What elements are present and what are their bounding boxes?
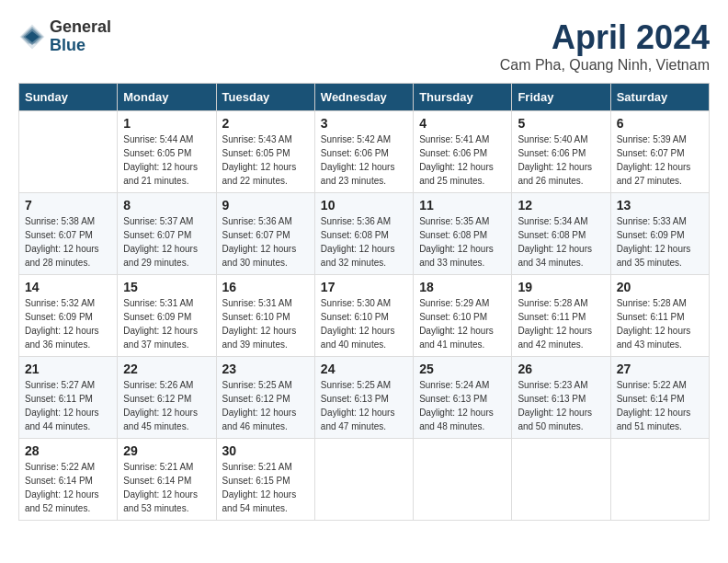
calendar-week-row: 28 Sunrise: 5:22 AM Sunset: 6:14 PM Dayl…: [19, 439, 710, 521]
day-info: Sunrise: 5:23 AM Sunset: 6:13 PM Dayligh…: [518, 378, 604, 433]
day-number: 15: [123, 280, 210, 294]
calendar-day-cell: 15 Sunrise: 5:31 AM Sunset: 6:09 PM Dayl…: [118, 275, 216, 357]
sunset: Sunset: 6:12 PM: [123, 394, 191, 404]
sunrise: Sunrise: 5:41 AM: [419, 134, 489, 144]
day-info: Sunrise: 5:21 AM Sunset: 6:14 PM Dayligh…: [123, 460, 210, 515]
day-info: Sunrise: 5:36 AM Sunset: 6:07 PM Dayligh…: [222, 214, 309, 270]
page-header: General Blue April 2024 Cam Pha, Quang N…: [18, 18, 710, 74]
calendar-day-cell: 14 Sunrise: 5:32 AM Sunset: 6:09 PM Dayl…: [19, 275, 118, 357]
day-number: 18: [419, 280, 506, 294]
sunrise: Sunrise: 5:39 AM: [617, 134, 687, 144]
daylight: Daylight: 12 hours and 45 minutes.: [123, 408, 198, 431]
sunset: Sunset: 6:08 PM: [518, 230, 586, 240]
sunrise: Sunrise: 5:21 AM: [222, 462, 292, 472]
sunset: Sunset: 6:13 PM: [321, 394, 389, 404]
title-section: April 2024 Cam Pha, Quang Ninh, Vietnam: [500, 18, 710, 74]
day-number: 28: [25, 443, 111, 458]
day-number: 27: [617, 362, 703, 376]
day-number: 2: [222, 116, 309, 131]
day-info: Sunrise: 5:32 AM Sunset: 6:09 PM Dayligh…: [25, 296, 111, 351]
sunrise: Sunrise: 5:43 AM: [222, 134, 292, 144]
sunset: Sunset: 6:07 PM: [25, 230, 93, 240]
calendar-day-cell: 29 Sunrise: 5:21 AM Sunset: 6:14 PM Dayl…: [118, 439, 216, 521]
calendar-day-cell: 20 Sunrise: 5:28 AM Sunset: 6:11 PM Dayl…: [610, 275, 709, 357]
calendar-week-row: 21 Sunrise: 5:27 AM Sunset: 6:11 PM Dayl…: [19, 357, 710, 439]
weekday-header: Wednesday: [314, 84, 413, 111]
calendar-day-cell: 25 Sunrise: 5:24 AM Sunset: 6:13 PM Dayl…: [414, 357, 512, 439]
sunrise: Sunrise: 5:42 AM: [321, 134, 391, 144]
sunrise: Sunrise: 5:36 AM: [222, 216, 292, 226]
sunset: Sunset: 6:14 PM: [123, 476, 191, 486]
sunset: Sunset: 6:12 PM: [222, 394, 290, 404]
sunrise: Sunrise: 5:32 AM: [25, 298, 95, 308]
calendar-day-cell: 11 Sunrise: 5:35 AM Sunset: 6:08 PM Dayl…: [414, 193, 512, 275]
weekday-header: Friday: [512, 84, 610, 111]
calendar-day-cell: 23 Sunrise: 5:25 AM Sunset: 6:12 PM Dayl…: [216, 357, 314, 439]
sunrise: Sunrise: 5:21 AM: [123, 462, 193, 472]
day-number: 19: [518, 280, 604, 294]
sunrise: Sunrise: 5:22 AM: [25, 462, 95, 472]
calendar-day-cell: 26 Sunrise: 5:23 AM Sunset: 6:13 PM Dayl…: [512, 357, 610, 439]
daylight: Daylight: 12 hours and 51 minutes.: [617, 408, 691, 431]
daylight: Daylight: 12 hours and 41 minutes.: [419, 326, 494, 350]
daylight: Daylight: 12 hours and 25 minutes.: [419, 162, 494, 186]
day-number: 10: [321, 198, 407, 213]
day-number: 23: [222, 362, 309, 376]
day-number: 11: [419, 198, 506, 213]
logo: General Blue: [18, 18, 111, 55]
day-number: 14: [25, 280, 111, 294]
day-number: 25: [419, 362, 506, 376]
sunrise: Sunrise: 5:28 AM: [617, 298, 687, 308]
daylight: Daylight: 12 hours and 26 minutes.: [518, 162, 592, 186]
day-number: 24: [321, 362, 407, 376]
sunset: Sunset: 6:07 PM: [123, 230, 191, 240]
sunrise: Sunrise: 5:23 AM: [518, 380, 587, 390]
sunset: Sunset: 6:11 PM: [617, 312, 685, 322]
calendar-week-row: 14 Sunrise: 5:32 AM Sunset: 6:09 PM Dayl…: [19, 275, 710, 357]
day-info: Sunrise: 5:22 AM Sunset: 6:14 PM Dayligh…: [25, 460, 111, 515]
calendar-day-cell: 8 Sunrise: 5:37 AM Sunset: 6:07 PM Dayli…: [118, 193, 216, 275]
calendar-day-cell: 3 Sunrise: 5:42 AM Sunset: 6:06 PM Dayli…: [314, 111, 413, 193]
day-info: Sunrise: 5:33 AM Sunset: 6:09 PM Dayligh…: [617, 214, 703, 270]
daylight: Daylight: 12 hours and 48 minutes.: [419, 408, 494, 431]
calendar-day-cell: 22 Sunrise: 5:26 AM Sunset: 6:12 PM Dayl…: [118, 357, 216, 439]
sunrise: Sunrise: 5:25 AM: [222, 380, 292, 390]
calendar-day-cell: 4 Sunrise: 5:41 AM Sunset: 6:06 PM Dayli…: [414, 111, 512, 193]
calendar-day-cell: 28 Sunrise: 5:22 AM Sunset: 6:14 PM Dayl…: [19, 439, 118, 521]
sunrise: Sunrise: 5:30 AM: [321, 298, 391, 308]
daylight: Daylight: 12 hours and 46 minutes.: [222, 408, 297, 431]
day-info: Sunrise: 5:41 AM Sunset: 6:06 PM Dayligh…: [419, 132, 506, 188]
daylight: Daylight: 12 hours and 52 minutes.: [25, 489, 99, 513]
calendar-day-cell: 16 Sunrise: 5:31 AM Sunset: 6:10 PM Dayl…: [216, 275, 314, 357]
sunrise: Sunrise: 5:26 AM: [123, 380, 193, 390]
sunrise: Sunrise: 5:44 AM: [123, 134, 193, 144]
calendar-week-row: 7 Sunrise: 5:38 AM Sunset: 6:07 PM Dayli…: [19, 193, 710, 275]
day-info: Sunrise: 5:37 AM Sunset: 6:07 PM Dayligh…: [123, 214, 210, 270]
day-info: Sunrise: 5:31 AM Sunset: 6:09 PM Dayligh…: [123, 296, 210, 351]
daylight: Daylight: 12 hours and 44 minutes.: [25, 408, 99, 431]
sunset: Sunset: 6:06 PM: [518, 148, 586, 158]
calendar-day-cell: 27 Sunrise: 5:22 AM Sunset: 6:14 PM Dayl…: [610, 357, 709, 439]
weekday-header: Saturday: [610, 84, 709, 111]
calendar-day-cell: 18 Sunrise: 5:29 AM Sunset: 6:10 PM Dayl…: [414, 275, 512, 357]
calendar-day-cell: 9 Sunrise: 5:36 AM Sunset: 6:07 PM Dayli…: [216, 193, 314, 275]
logo-blue: Blue: [50, 37, 111, 55]
daylight: Daylight: 12 hours and 32 minutes.: [321, 244, 395, 268]
daylight: Daylight: 12 hours and 33 minutes.: [419, 244, 494, 268]
day-number: 5: [518, 116, 604, 131]
sunset: Sunset: 6:05 PM: [123, 148, 191, 158]
calendar-day-cell: 1 Sunrise: 5:44 AM Sunset: 6:05 PM Dayli…: [118, 111, 216, 193]
day-number: 3: [321, 116, 407, 131]
location: Cam Pha, Quang Ninh, Vietnam: [500, 57, 710, 74]
day-info: Sunrise: 5:25 AM Sunset: 6:13 PM Dayligh…: [321, 378, 407, 433]
sunrise: Sunrise: 5:34 AM: [518, 216, 587, 226]
calendar-day-cell: 21 Sunrise: 5:27 AM Sunset: 6:11 PM Dayl…: [19, 357, 118, 439]
calendar-day-cell: 12 Sunrise: 5:34 AM Sunset: 6:08 PM Dayl…: [512, 193, 610, 275]
calendar-day-cell: [314, 439, 413, 521]
calendar-day-cell: 13 Sunrise: 5:33 AM Sunset: 6:09 PM Dayl…: [610, 193, 709, 275]
calendar-table: SundayMondayTuesdayWednesdayThursdayFrid…: [18, 83, 710, 521]
sunset: Sunset: 6:09 PM: [617, 230, 685, 240]
sunrise: Sunrise: 5:36 AM: [321, 216, 391, 226]
sunrise: Sunrise: 5:37 AM: [123, 216, 193, 226]
sunset: Sunset: 6:06 PM: [321, 148, 389, 158]
